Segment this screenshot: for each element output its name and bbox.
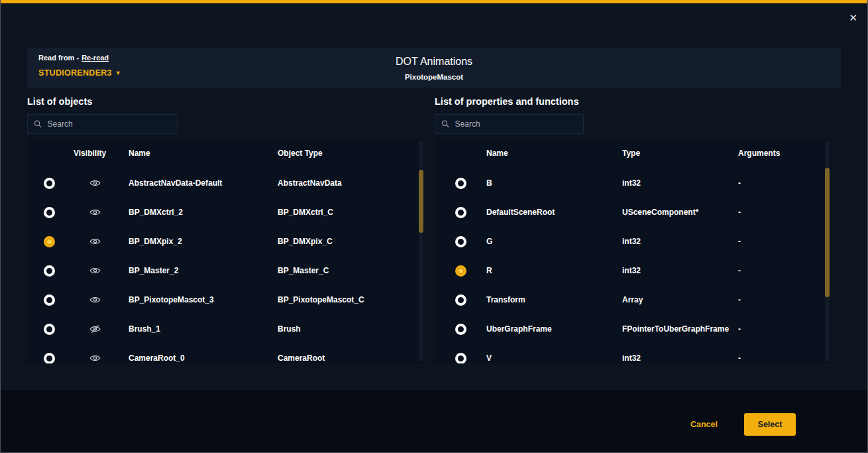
table-row[interactable]: Transform Array - — [435, 285, 831, 314]
object-name: Brush_1 — [129, 324, 278, 334]
object-type: CameraRoot — [278, 354, 425, 363]
table-row[interactable]: CameraRoot_0 CameraRoot — [27, 344, 425, 363]
table-row[interactable]: UberGraphFrame FPointerToUberGraphFrame … — [435, 314, 831, 344]
radio-button[interactable] — [455, 353, 466, 364]
dialog-titles: DOT Animations PixotopeMascot — [27, 48, 841, 81]
chevron-down-icon: ▼ — [115, 70, 121, 76]
property-name: DefaultSceneRoot — [486, 208, 622, 217]
objects-table-header: Visibility Name Object Type — [27, 138, 425, 168]
close-icon[interactable]: ✕ — [849, 13, 857, 23]
object-type: BP_PixotopeMascot_C — [278, 295, 425, 304]
property-type: int32 — [622, 354, 738, 363]
objects-scrollbar — [419, 140, 423, 361]
radio-button[interactable] — [44, 294, 55, 306]
object-type: BP_DMXctrl_C — [278, 208, 425, 217]
table-row[interactable]: R int32 - — [435, 256, 831, 285]
property-name: R — [486, 266, 622, 275]
properties-scrollbar — [825, 140, 830, 361]
radio-button[interactable] — [455, 294, 466, 306]
table-row[interactable]: DefaultSceneRoot USceneComponent* - — [435, 198, 831, 227]
radio-button[interactable] — [455, 324, 466, 335]
property-type: FPointerToUberGraphFrame — [622, 324, 738, 334]
table-row[interactable]: BP_DMXctrl_2 BP_DMXctrl_C — [27, 198, 425, 227]
object-name: AbstractNavData-Default — [129, 178, 278, 188]
objects-search-input[interactable] — [48, 119, 171, 129]
object-type: AbstractNavData — [278, 178, 425, 188]
radio-button[interactable] — [455, 265, 466, 277]
table-row[interactable]: BP_PixotopeMascot_3 BP_PixotopeMascot_C — [27, 285, 425, 314]
reread-link[interactable]: Re-read — [81, 54, 109, 62]
radio-button[interactable] — [455, 236, 466, 247]
properties-search-box — [435, 114, 584, 134]
property-arguments: - — [738, 178, 831, 188]
property-arguments: - — [738, 295, 831, 304]
dialog-subtitle: PixotopeMascot — [27, 73, 841, 81]
radio-button[interactable] — [455, 178, 466, 189]
objects-panel-title: List of objects — [27, 96, 92, 107]
source-selector-label: STUDIORENDER3 — [38, 68, 112, 78]
properties-table-header: Name Type Arguments — [435, 138, 831, 168]
top-accent-bar — [1, 0, 867, 3]
dialog-header: Read from -Re-read STUDIORENDER3▼ DOT An… — [27, 48, 841, 88]
property-type: int32 — [622, 266, 738, 275]
radio-button[interactable] — [44, 324, 55, 335]
properties-scrollbar-thumb[interactable] — [825, 168, 830, 297]
property-arguments: - — [738, 208, 831, 217]
radio-button[interactable] — [455, 207, 466, 218]
table-row[interactable]: BP_Master_2 BP_Master_C — [27, 256, 425, 285]
column-header-name: Name — [129, 149, 278, 158]
property-name: UberGraphFrame — [486, 324, 622, 334]
objects-search-box — [27, 114, 178, 134]
object-name: BP_DMXctrl_2 — [129, 208, 278, 217]
object-type: BP_Master_C — [278, 266, 425, 275]
property-name: Transform — [486, 295, 622, 304]
table-row[interactable]: G int32 - — [435, 227, 831, 256]
eye-off-icon[interactable] — [89, 324, 101, 334]
property-name: G — [486, 237, 622, 246]
radio-button[interactable] — [44, 207, 55, 218]
objects-scrollbar-thumb[interactable] — [419, 170, 423, 233]
column-header-name: Name — [486, 149, 622, 158]
table-row[interactable]: V int32 - — [435, 344, 831, 363]
eye-icon[interactable] — [89, 354, 101, 363]
dialog-title: DOT Animations — [27, 56, 841, 68]
table-row[interactable]: B int32 - — [435, 168, 831, 198]
properties-search-input[interactable] — [455, 119, 577, 129]
objects-table-body: AbstractNavData-Default AbstractNavData … — [27, 168, 425, 363]
eye-icon[interactable] — [89, 237, 101, 246]
table-row[interactable]: BP_DMXpix_2 BP_DMXpix_C — [27, 227, 425, 256]
object-type: Brush — [278, 324, 425, 334]
select-button[interactable]: Select — [744, 413, 796, 436]
property-arguments: - — [738, 266, 831, 275]
column-header-object-type: Object Type — [278, 149, 425, 158]
properties-table: Name Type Arguments B int32 - DefaultSce… — [435, 138, 831, 363]
eye-icon[interactable] — [89, 208, 101, 217]
column-header-visibility: Visibility — [71, 149, 129, 158]
read-from-label: Read from - — [38, 54, 79, 62]
eye-icon[interactable] — [89, 295, 101, 304]
property-name: B — [486, 178, 622, 188]
table-row[interactable]: Brush_1 Brush — [27, 314, 425, 344]
radio-button[interactable] — [44, 178, 55, 189]
object-name: BP_Master_2 — [129, 266, 278, 275]
objects-table: Visibility Name Object Type AbstractNavD… — [27, 138, 425, 363]
search-icon — [34, 119, 42, 129]
source-selector-dropdown[interactable]: STUDIORENDER3▼ — [38, 68, 121, 78]
property-type: USceneComponent* — [622, 208, 738, 217]
dot-animations-dialog: ✕ Read from -Re-read STUDIORENDER3▼ DOT … — [0, 0, 868, 453]
radio-button[interactable] — [44, 353, 55, 364]
radio-button[interactable] — [44, 236, 55, 247]
property-name: V — [486, 354, 622, 363]
radio-button[interactable] — [44, 265, 55, 277]
object-name: BP_DMXpix_2 — [129, 237, 278, 246]
read-from-block: Read from -Re-read — [38, 54, 109, 62]
object-type: BP_DMXpix_C — [278, 237, 425, 246]
footer-actions: Cancel Select — [690, 413, 796, 436]
eye-icon[interactable] — [89, 266, 101, 275]
properties-panel-title: List of properties and functions — [435, 96, 579, 107]
property-arguments: - — [738, 354, 831, 363]
table-row[interactable]: AbstractNavData-Default AbstractNavData — [27, 168, 425, 198]
eye-icon[interactable] — [89, 178, 101, 188]
cancel-button[interactable]: Cancel — [690, 420, 718, 429]
object-name: CameraRoot_0 — [129, 354, 278, 363]
